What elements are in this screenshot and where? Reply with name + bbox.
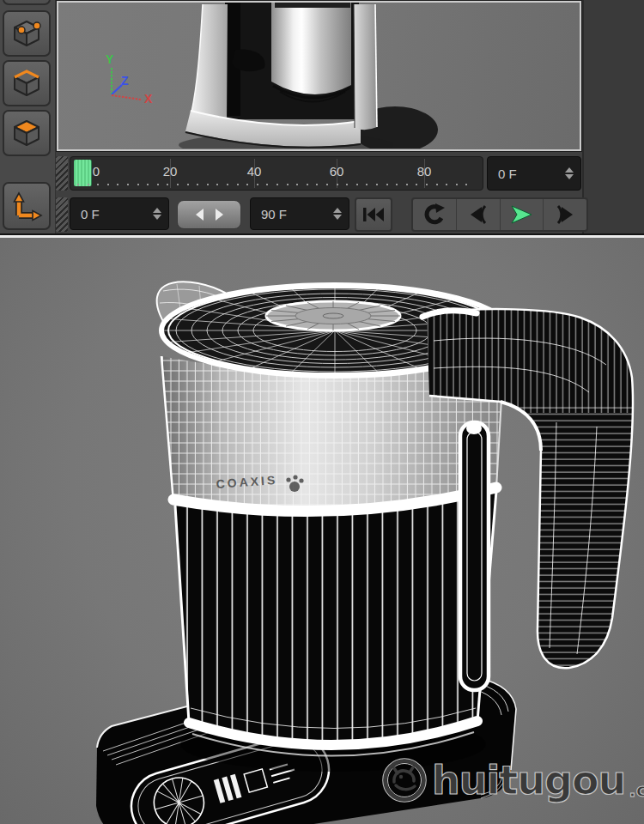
- play-forward-button[interactable]: [501, 199, 544, 230]
- range-prev-icon[interactable]: [196, 209, 204, 221]
- range-start-spinner[interactable]: [153, 207, 161, 221]
- timeline-row: 0 20 40 60 80 0 F: [56, 153, 582, 194]
- polygons-mode-cube-icon: [10, 117, 43, 149]
- timeline-drag-handle[interactable]: [56, 156, 68, 191]
- timeline-playhead[interactable]: [74, 160, 92, 186]
- kettle-body-lower: [175, 491, 496, 756]
- polygons-mode-button[interactable]: [3, 110, 51, 156]
- step-back-button[interactable]: [457, 199, 501, 230]
- play-icon: [508, 204, 534, 225]
- spinner-up-icon[interactable]: [565, 167, 574, 173]
- axis-mode-button[interactable]: [3, 182, 51, 230]
- tick-label-80: 80: [417, 164, 432, 179]
- watermark-name: huitugou: [432, 760, 625, 800]
- points-mode-cube-icon: [10, 17, 43, 50]
- range-end-field[interactable]: 90 F: [250, 197, 349, 230]
- axis-mode-icon: [10, 190, 43, 222]
- spinner-down-icon[interactable]: [333, 215, 342, 220]
- axis-gizmo: Y Z X: [58, 3, 230, 123]
- tick-label-60: 60: [330, 164, 344, 179]
- transport-row: 0 F 90 F: [56, 197, 588, 233]
- step-forward-icon: [554, 205, 576, 224]
- edges-mode-cube-icon: [10, 67, 43, 100]
- step-back-icon: [467, 205, 489, 224]
- range-end-spinner[interactable]: [333, 207, 342, 221]
- render-area: COAXIS: [0, 238, 644, 824]
- tool-sidebar: [0, 0, 56, 233]
- spinner-down-icon[interactable]: [153, 215, 161, 220]
- axis-z-label: Z: [121, 74, 129, 88]
- 3d-viewport[interactable]: Y Z X: [56, 0, 582, 152]
- current-frame-value: 0 F: [498, 167, 517, 181]
- watermark-tld: .com: [629, 779, 644, 804]
- partial-tool-button[interactable]: [3, 0, 51, 5]
- range-start-value: 0 F: [81, 207, 100, 221]
- goto-start-button[interactable]: [355, 197, 392, 232]
- viewport-frame: Y Z X: [57, 1, 581, 151]
- goto-start-icon: [361, 205, 386, 224]
- current-frame-field[interactable]: 0 F: [487, 156, 581, 191]
- step-forward-button[interactable]: [544, 199, 586, 230]
- wireframe-kettle: COAXIS: [0, 238, 644, 824]
- spinner-up-icon[interactable]: [153, 208, 161, 213]
- playback-button-group: [411, 197, 588, 232]
- axis-y-label: Y: [106, 52, 114, 66]
- tick-label-20: 20: [163, 164, 178, 179]
- range-next-icon[interactable]: [216, 209, 223, 221]
- tick-label-0: 0: [93, 164, 100, 179]
- axis-x-line: [112, 95, 141, 100]
- loop-playback-button[interactable]: [413, 199, 457, 230]
- c4d-ui-panel: Y Z X 0 20 40 60 80 0 F: [0, 0, 644, 233]
- water-level-gauge: [460, 422, 489, 690]
- loop-icon: [422, 203, 446, 227]
- range-start-field[interactable]: 0 F: [70, 197, 169, 230]
- range-end-value: 90 F: [261, 207, 287, 221]
- spinner-down-icon[interactable]: [565, 174, 574, 179]
- points-mode-button[interactable]: [3, 10, 51, 57]
- tick-label-40: 40: [247, 164, 262, 179]
- edges-mode-button[interactable]: [3, 60, 51, 106]
- spinner-up-icon[interactable]: [333, 208, 342, 213]
- axis-x-label: X: [144, 92, 153, 106]
- watermark-logo-icon: [380, 756, 428, 804]
- ruler-tick-dots: [77, 184, 476, 185]
- transport-drag-handle[interactable]: [56, 197, 68, 232]
- right-panel-strip: [582, 0, 644, 233]
- watermark: huitugou .com: [380, 756, 644, 804]
- range-prev-next-button[interactable]: [177, 200, 241, 229]
- frame-spinner[interactable]: [565, 167, 574, 180]
- timeline-ruler[interactable]: 0 20 40 60 80: [70, 156, 483, 191]
